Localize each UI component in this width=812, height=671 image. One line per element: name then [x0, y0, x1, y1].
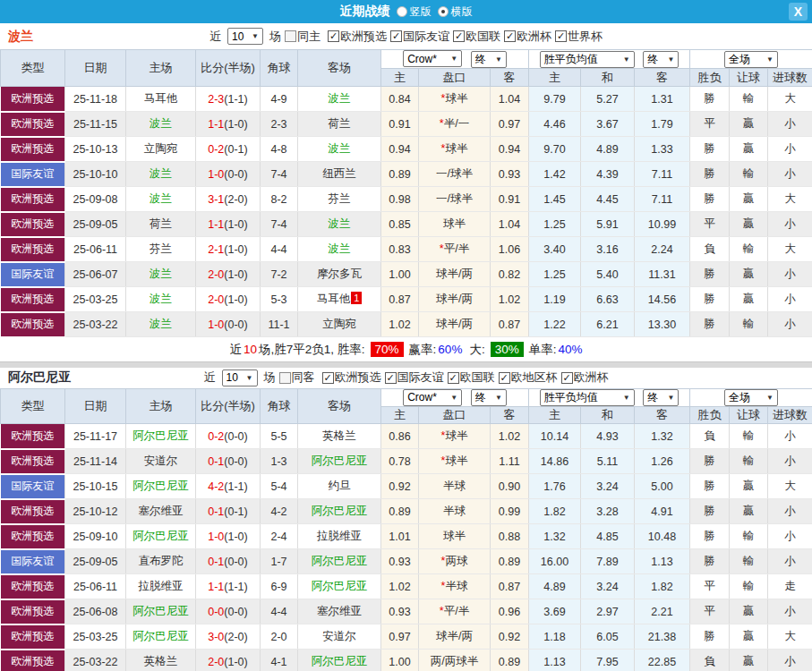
home-team-cell[interactable]: 阿尔巴尼亚	[126, 474, 196, 499]
handicap-cell: *球半	[419, 137, 491, 162]
handicap-home-odds-cell: 0.84	[381, 87, 419, 112]
away-team-cell[interactable]: 阿尔巴尼亚	[298, 449, 381, 474]
filter-label: 欧洲杯	[517, 29, 551, 45]
col-avg-away: 客	[635, 407, 690, 424]
home-team-cell[interactable]: 阿尔巴尼亚	[126, 599, 196, 624]
home-team-cell: 安道尔	[126, 449, 196, 474]
filter-checkbox[interactable]: ✓欧洲杯	[504, 29, 551, 45]
handicap-cell: *两球	[419, 549, 491, 574]
away-team-cell[interactable]: 波兰	[298, 212, 381, 237]
filter-checkbox[interactable]: ✓欧国联	[453, 29, 500, 45]
away-team-cell[interactable]: 阿尔巴尼亚	[298, 549, 381, 574]
filter-checkbox[interactable]: ✓国际友谊	[390, 29, 449, 45]
filter-checkbox[interactable]: ✓欧洲预选	[322, 369, 381, 386]
result-cell: 勝	[690, 162, 730, 187]
filter-checkbox[interactable]: ✓欧洲预选	[328, 29, 387, 45]
home-team-cell[interactable]: 波兰	[126, 312, 196, 337]
away-team-cell[interactable]: 波兰	[298, 87, 381, 112]
corner-cell: 2-4	[261, 524, 298, 549]
layout-radio-vertical[interactable]: 竖版	[397, 4, 432, 20]
goals-result-cell: 小	[768, 162, 812, 187]
match-row: 欧洲预选25-03-25阿尔巴尼亚3-0(2-0)2-0安道尔0.97球半/两0…	[1, 624, 812, 650]
filter-checkbox[interactable]: ✓欧国联	[448, 369, 495, 386]
home-team-cell[interactable]: 波兰	[126, 262, 196, 287]
team-name[interactable]: 阿尔巴尼亚	[8, 369, 71, 386]
score-cell: 1-1(1-0)	[196, 112, 261, 137]
date-cell: 25-10-13	[65, 137, 126, 162]
avg-time-select[interactable]: 终▼	[643, 389, 679, 406]
chevron-down-icon: ▼	[667, 55, 674, 64]
handicap-result-cell: 輸	[730, 424, 768, 449]
filter-checkbox[interactable]: ✓国际友谊	[385, 369, 444, 386]
full-match-select[interactable]: 全场▼	[724, 389, 778, 406]
match-row: 欧洲预选25-11-18马耳他2-3(1-1)4-9波兰0.84*球半1.049…	[1, 87, 812, 112]
home-team-cell[interactable]: 波兰	[126, 162, 196, 187]
away-team-cell[interactable]: 阿尔巴尼亚	[298, 574, 381, 599]
filter-checkbox[interactable]: ✓欧洲杯	[561, 369, 609, 386]
same-venue-checkbox[interactable]: 同客	[279, 369, 315, 386]
recent-count-select[interactable]: 10▼	[227, 28, 263, 45]
competition-cell: 欧洲预选	[1, 187, 65, 212]
corner-cell: 7-4	[261, 162, 298, 187]
odds-time-select[interactable]: 终▼	[471, 389, 507, 406]
chevron-down-icon: ▼	[766, 394, 774, 402]
avg-time-select[interactable]: 终▼	[643, 51, 679, 68]
avg-away-odds-cell: 1.82	[635, 574, 690, 599]
section-poland: 波兰 近 10▼ 场 同主 ✓欧洲预选✓国际友谊✓欧国联✓欧洲杯✓世界杯 类型 …	[0, 23, 812, 361]
handicap-cell: 一/球半	[419, 187, 491, 212]
handicap-home-odds-cell: 0.91	[381, 112, 419, 137]
full-match-select[interactable]: 全场▼	[724, 51, 778, 68]
avg-type-select[interactable]: 胜平负均值▼	[540, 51, 635, 68]
handicap-home-odds-cell: 1.02	[381, 574, 419, 599]
home-team-cell[interactable]: 阿尔巴尼亚	[126, 624, 196, 650]
date-cell: 25-03-22	[65, 650, 126, 671]
away-team-cell[interactable]: 波兰	[298, 137, 381, 162]
home-team-cell[interactable]: 阿尔巴尼亚	[126, 524, 196, 549]
col-corner: 角球	[261, 50, 298, 87]
team-name[interactable]: 波兰	[8, 29, 33, 45]
col-result: 胜负	[690, 407, 730, 424]
odds-company-select[interactable]: Crow*▼	[403, 389, 462, 406]
avg-type-select[interactable]: 胜平负均值▼	[540, 389, 635, 406]
home-team-cell[interactable]: 阿尔巴尼亚	[126, 424, 196, 449]
odds-group-header: Crow*▼ 终▼	[381, 50, 529, 69]
handicap-away-odds-cell: 0.91	[491, 187, 529, 212]
home-team-cell[interactable]: 波兰	[126, 187, 196, 212]
away-team-cell[interactable]: 阿尔巴尼亚	[298, 650, 381, 671]
handicap-cell: 球半/两	[419, 287, 491, 312]
competition-cell: 欧洲预选	[1, 312, 65, 337]
competition-cell: 国际友谊	[1, 549, 65, 574]
filter-checkbox[interactable]: ✓世界杯	[555, 29, 603, 45]
avg-home-odds-cell: 1.82	[529, 499, 581, 524]
same-venue-checkbox[interactable]: 同主	[285, 29, 321, 45]
summary-row: 近10场,胜7平2负1, 胜率: 70% 赢率:60% 大: 30% 单率:40…	[0, 338, 812, 361]
away-team-cell[interactable]: 阿尔巴尼亚	[298, 499, 381, 524]
close-button[interactable]: X	[789, 3, 808, 21]
result-cell: 勝	[690, 549, 730, 574]
odds-time-select[interactable]: 终▼	[471, 51, 507, 68]
handicap-result-cell: 贏	[730, 287, 768, 312]
layout-radio-horizontal[interactable]: 横版	[438, 4, 473, 20]
odds-company-select[interactable]: Crow*▼	[403, 50, 462, 67]
initial-odds-marker: *	[441, 429, 446, 442]
home-team-cell[interactable]: 波兰	[126, 287, 196, 312]
date-cell: 25-09-05	[65, 212, 126, 237]
corner-cell: 1-3	[261, 449, 298, 474]
score-cell: 1-0(1-0)	[196, 524, 261, 549]
handicap-cell: *平/半	[419, 599, 491, 624]
handicap-away-odds-cell: 0.93	[491, 162, 529, 187]
corner-cell: 11-1	[261, 312, 298, 337]
col-score: 比分(半场)	[196, 388, 261, 424]
corner-cell: 5-4	[261, 474, 298, 499]
recent-count-select[interactable]: 10▼	[222, 369, 258, 386]
home-team-cell[interactable]: 波兰	[126, 112, 196, 137]
filter-controls: 近 10▼ 场 同主 ✓欧洲预选✓国际友谊✓欧国联✓欧洲杯✓世界杯	[209, 28, 603, 45]
date-cell: 25-06-08	[65, 599, 126, 624]
col-avg-draw: 和	[581, 407, 635, 424]
competition-cell: 欧洲预选	[1, 87, 65, 112]
result-cell: 勝	[690, 287, 730, 312]
col-handicap: 盘口	[419, 69, 491, 87]
filter-checkbox[interactable]: ✓欧地区杯	[499, 369, 558, 386]
away-team-cell[interactable]: 波兰	[298, 237, 381, 262]
col-goals: 进球数	[768, 407, 812, 424]
